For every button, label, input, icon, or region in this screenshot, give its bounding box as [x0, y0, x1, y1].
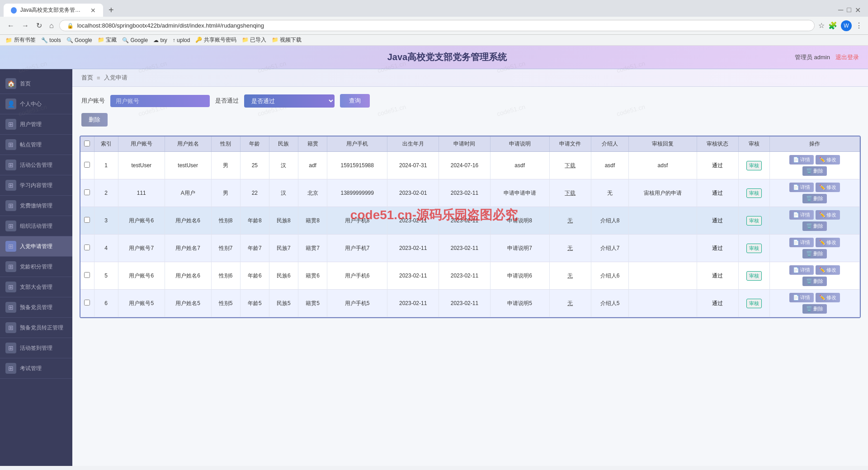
close-btn[interactable]: ✕: [855, 6, 861, 14]
sidebar-item-probation[interactable]: ⊞ 预备党员管理: [0, 297, 72, 318]
browser-tab-active[interactable]: Java高校党支部党务管理系统 ✕: [4, 4, 103, 17]
approved-filter-select[interactable]: 是否通过 通过 未通过: [244, 94, 335, 108]
address-bar[interactable]: 🔒 localhost:8080/springbootx422b/admin/d…: [59, 20, 815, 31]
tab-close-btn[interactable]: ✕: [90, 7, 96, 14]
delete-btn-4[interactable]: 🗑️ 删除: [802, 277, 827, 286]
audit-btn-3[interactable]: 审核: [746, 244, 762, 253]
sidebar-item-branch-meeting[interactable]: ⊞ 支部大会管理: [0, 277, 72, 297]
query-btn[interactable]: 查询: [340, 94, 370, 108]
sidebar-item-party-age[interactable]: ⊞ 党龄积分管理: [0, 257, 72, 277]
row-checkbox-2[interactable]: [84, 217, 90, 223]
menu-btn[interactable]: ⋮: [855, 21, 863, 30]
row-file[interactable]: 无: [549, 235, 591, 262]
delete-btn-5[interactable]: 🗑️ 删除: [802, 304, 827, 314]
delete-btn-2[interactable]: 🗑️ 删除: [802, 221, 827, 231]
modify-btn-0[interactable]: ✏️ 修改: [816, 155, 840, 164]
minimize-btn[interactable]: ─: [838, 6, 843, 14]
bookmark-imported[interactable]: 📁 已导入: [242, 36, 266, 44]
bookmark-star-btn[interactable]: ☆: [818, 21, 825, 30]
sidebar-item-probation-convert[interactable]: ⊞ 预备党员转正管理: [0, 318, 72, 338]
sidebar-item-activity-checkin[interactable]: ⊞ 活动签到管理: [0, 338, 72, 358]
detail-btn-3[interactable]: 📄 详情: [789, 238, 814, 247]
breadcrumb-home[interactable]: 首页: [81, 74, 93, 82]
row-audit-cell[interactable]: 审核: [738, 179, 769, 207]
account-filter-input[interactable]: [110, 95, 210, 107]
row-checkbox-0[interactable]: [84, 162, 90, 168]
back-btn[interactable]: ←: [5, 20, 16, 32]
row-checkbox-cell[interactable]: [80, 262, 94, 290]
delete-btn-1[interactable]: 🗑️ 删除: [802, 194, 827, 203]
row-checkbox-cell[interactable]: [80, 152, 94, 179]
sidebar-item-posts[interactable]: ⊞ 帖点管理: [0, 135, 72, 155]
bookmark-google[interactable]: 🔍 Google: [66, 37, 92, 43]
row-checkbox-5[interactable]: [84, 300, 90, 306]
modify-btn-3[interactable]: ✏️ 修改: [816, 238, 840, 247]
delete-btn-3[interactable]: 🗑️ 删除: [802, 249, 827, 258]
sidebar-item-exam[interactable]: ⊞ 考试管理: [0, 358, 72, 379]
audit-btn-1[interactable]: 审核: [746, 188, 762, 198]
row-file[interactable]: 无: [549, 262, 591, 290]
sidebar-item-users[interactable]: ⊞ 用户管理: [0, 114, 72, 135]
detail-btn-4[interactable]: 📄 详情: [789, 265, 814, 275]
maximize-btn[interactable]: □: [847, 6, 851, 14]
file-link-4[interactable]: 无: [567, 273, 573, 279]
detail-btn-2[interactable]: 📄 详情: [789, 210, 814, 220]
modify-btn-4[interactable]: ✏️ 修改: [816, 265, 840, 275]
bookmark-share-account[interactable]: 🔑 共享账号密码: [195, 36, 236, 44]
file-link-1[interactable]: 下载: [565, 190, 576, 196]
delete-btn-0[interactable]: 🗑️ 删除: [802, 166, 827, 176]
row-audit-cell[interactable]: 审核: [738, 262, 769, 290]
sidebar-item-home[interactable]: 🏠 首页: [0, 74, 72, 94]
row-checkbox-cell[interactable]: [80, 290, 94, 317]
row-checkbox-cell[interactable]: [80, 235, 94, 262]
batch-delete-btn[interactable]: 删除: [81, 113, 108, 127]
row-file[interactable]: 无: [549, 290, 591, 317]
row-audit-cell[interactable]: 审核: [738, 290, 769, 317]
row-audit-cell[interactable]: 审核: [738, 235, 769, 262]
row-file[interactable]: 下载: [549, 179, 591, 207]
new-tab-btn[interactable]: +: [105, 5, 118, 15]
home-btn[interactable]: ⌂: [47, 20, 56, 32]
detail-btn-1[interactable]: 📄 详情: [789, 183, 814, 192]
file-link-3[interactable]: 无: [567, 245, 573, 251]
bookmark-video-dl[interactable]: 📁 视频下载: [272, 36, 302, 44]
row-checkbox-3[interactable]: [84, 244, 90, 250]
row-checkbox-1[interactable]: [84, 189, 90, 195]
sidebar-item-study-content[interactable]: ⊞ 学习内容管理: [0, 175, 72, 196]
row-audit-cell[interactable]: 审核: [738, 207, 769, 235]
logout-btn[interactable]: 退出登录: [835, 53, 859, 61]
sidebar-item-org-activity[interactable]: ⊞ 组织活动管理: [0, 216, 72, 236]
modify-btn-1[interactable]: ✏️ 修改: [816, 183, 840, 192]
audit-btn-4[interactable]: 审核: [746, 271, 762, 281]
sidebar-item-activity-notice[interactable]: ⊞ 活动公告管理: [0, 155, 72, 175]
forward-btn[interactable]: →: [20, 20, 31, 32]
bookmark-baozang[interactable]: 📁 宝藏: [98, 36, 117, 44]
bookmark-tools[interactable]: 🔧 tools: [41, 37, 61, 43]
row-file[interactable]: 下载: [549, 152, 591, 179]
audit-btn-5[interactable]: 审核: [746, 299, 762, 308]
sidebar-item-party-fee[interactable]: ⊞ 党费缴纳管理: [0, 196, 72, 216]
refresh-btn[interactable]: ↻: [34, 19, 44, 32]
sidebar-item-profile[interactable]: 👤 个人中心: [0, 94, 72, 114]
row-checkbox-cell[interactable]: [80, 207, 94, 235]
col-checkbox[interactable]: [80, 136, 94, 152]
detail-btn-0[interactable]: 📄 详情: [789, 155, 814, 164]
file-link-5[interactable]: 无: [567, 300, 573, 306]
row-checkbox-4[interactable]: [84, 272, 90, 278]
row-checkbox-cell[interactable]: [80, 179, 94, 207]
bookmark-txy[interactable]: ☁ txy: [153, 37, 167, 43]
file-link-0[interactable]: 下载: [565, 162, 576, 169]
sidebar-item-join-apply[interactable]: ⊞ 入党申请管理: [0, 236, 72, 257]
modify-btn-2[interactable]: ✏️ 修改: [816, 210, 840, 220]
audit-btn-0[interactable]: 审核: [746, 161, 762, 170]
profile-btn[interactable]: W: [841, 20, 852, 31]
modify-btn-5[interactable]: ✏️ 修改: [816, 293, 840, 302]
row-file[interactable]: 无: [549, 207, 591, 235]
select-all-checkbox[interactable]: [84, 141, 90, 146]
audit-btn-2[interactable]: 审核: [746, 216, 762, 226]
file-link-2[interactable]: 无: [567, 217, 573, 224]
detail-btn-5[interactable]: 📄 详情: [789, 293, 814, 302]
extensions-btn[interactable]: 🧩: [828, 21, 837, 30]
bookmark-google2[interactable]: 🔍 Google: [122, 37, 148, 43]
bookmark-uplod[interactable]: ↑ uplod: [173, 37, 190, 43]
